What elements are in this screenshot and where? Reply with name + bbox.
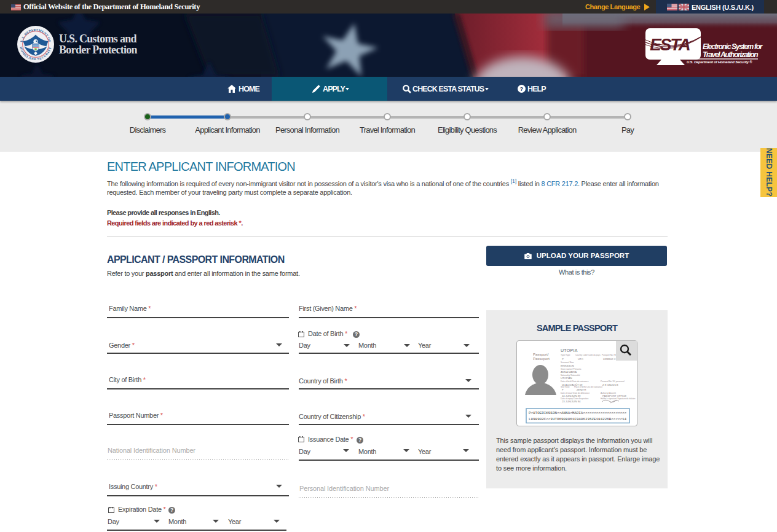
svg-text:Type/ Type: Type/ Type <box>561 354 570 356</box>
svg-text:Personal No./ N° personnel: Personal No./ N° personnel <box>601 380 625 383</box>
svg-text:P: P <box>562 358 564 361</box>
svg-text:UTOPIA: UTOPIA <box>561 348 578 353</box>
svg-text:UTOPIAN: UTOPIAN <box>561 377 572 380</box>
svg-text:Surname/ Nom: Surname/ Nom <box>561 361 574 364</box>
svg-text:F: F <box>562 388 564 391</box>
svg-text:Holder's signature/ Signature: Holder's signature/ Signature du titulai… <box>601 397 636 400</box>
svg-text:P<UTOERIKSSON<<ANNA<MARIA<<<<<: P<UTOERIKSSON<<ANNA<MARIA<<<<<<<<<<<<<<<… <box>529 411 627 415</box>
svg-text:?: ? <box>520 85 524 92</box>
svg-text:Z E 184226 B: Z E 184226 B <box>602 383 618 386</box>
svg-text:Travel Authorization: Travel Authorization <box>703 50 758 59</box>
svg-text:UTO: UTO <box>578 358 584 361</box>
svg-text:23 JUN/JUIN 94: 23 JUN/JUIN 94 <box>562 400 581 403</box>
svg-text:ESTA: ESTA <box>650 35 690 54</box>
svg-text:U.S. Department of Homeland Se: U.S. Department of Homeland Security ® <box>687 60 752 64</box>
svg-text:Date of birth/ Date de naissan: Date of birth/ Date de naissance <box>561 380 589 383</box>
svg-text:ERIKSSON: ERIKSSON <box>561 364 574 367</box>
svg-text:L898902C<<3UTO6908061F9406236Z: L898902C<<3UTO6908061F9406236ZE184226B<<… <box>529 417 627 421</box>
svg-text:ZENITH: ZENITH <box>577 388 586 391</box>
svg-text:Country code/ Code du pays: Country code/ Code du pays <box>575 354 601 356</box>
svg-text:Passport/: Passport/ <box>533 353 549 356</box>
svg-text:L898902 C: L898902 C <box>603 358 616 361</box>
svg-text:Passeport: Passeport <box>533 357 550 361</box>
svg-text:ANNA MARIA: ANNA MARIA <box>561 370 577 374</box>
